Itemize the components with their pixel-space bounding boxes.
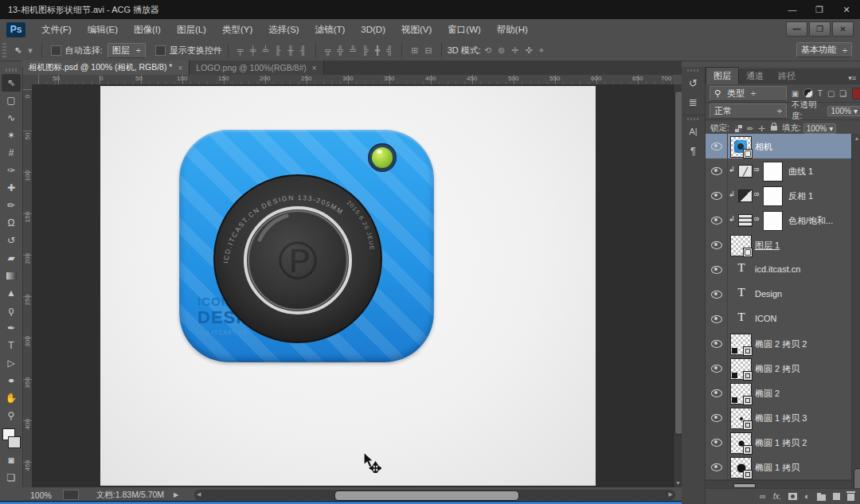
scrollbar-thumb[interactable] bbox=[334, 490, 519, 501]
zoom-tool[interactable]: ⚲ bbox=[2, 407, 21, 424]
layer-mask-thumbnail[interactable] bbox=[763, 162, 783, 182]
layer-row-ellipse2[interactable]: 椭圆 2 bbox=[706, 381, 851, 406]
spot-healing-brush-tool[interactable]: ✚ bbox=[2, 179, 21, 197]
align-right-edges-icon[interactable]: ╢ bbox=[297, 45, 310, 55]
maximize-icon[interactable]: ❐ bbox=[806, 5, 833, 15]
rectangular-marquee-tool[interactable]: ▢ bbox=[2, 92, 21, 109]
layer-row-ellipse2-copy[interactable]: 椭圆 2 拷贝 bbox=[706, 356, 851, 381]
visibility-eye-icon[interactable] bbox=[706, 183, 728, 208]
auto-select-dropdown[interactable]: 图层 ÷ bbox=[108, 43, 146, 58]
layer-row-icon-text[interactable]: T ICON bbox=[706, 307, 851, 332]
scroll-up-icon[interactable]: ▲ bbox=[852, 135, 860, 141]
layer-row-ellipse1-copy3[interactable]: 椭圆 1 拷贝 3 bbox=[706, 405, 851, 431]
eraser-tool[interactable]: ▰ bbox=[2, 249, 21, 267]
visibility-eye-icon[interactable] bbox=[706, 455, 728, 479]
menu-file[interactable]: 文件(F) bbox=[33, 24, 80, 36]
3d-rotate-icon[interactable]: ⟲ bbox=[481, 45, 494, 56]
move-tool[interactable]: ⇖ bbox=[2, 74, 21, 92]
filter-kind-dropdown[interactable]: ⚲ 类型 ÷ bbox=[710, 86, 787, 101]
ps-close-icon[interactable]: ✕ bbox=[832, 21, 854, 37]
properties-panel-icon[interactable]: ≣ bbox=[684, 92, 703, 111]
visibility-eye-icon[interactable] bbox=[706, 134, 728, 158]
tab-camera-psd[interactable]: 相机图标.psd @ 100% (相机, RGB/8) * × bbox=[22, 61, 190, 75]
panel-menu-icon[interactable]: ▾≡ bbox=[843, 72, 860, 84]
layer-thumbnail[interactable] bbox=[730, 457, 752, 479]
layer-row-icd-text[interactable]: T icd.itcast.cn bbox=[706, 257, 851, 283]
menu-view[interactable]: 视图(V) bbox=[393, 24, 440, 36]
screen-mode-button[interactable]: ❏ bbox=[2, 469, 21, 486]
menu-3d[interactable]: 3D(D) bbox=[353, 25, 393, 34]
zoom-level-field[interactable]: 100% bbox=[30, 490, 52, 500]
visibility-eye-icon[interactable] bbox=[706, 208, 728, 232]
visibility-eye-icon[interactable] bbox=[706, 381, 728, 405]
tab-close-icon[interactable]: × bbox=[178, 64, 182, 72]
align-top-edges-icon[interactable]: ╤ bbox=[234, 45, 247, 55]
layer-thumbnail[interactable] bbox=[730, 432, 752, 454]
distribute-right-edges-icon[interactable]: ╣ bbox=[383, 45, 396, 55]
3d-slide-icon[interactable]: ✜ bbox=[522, 45, 536, 56]
ellipse-shape-tool[interactable]: ● bbox=[2, 372, 21, 389]
show-transform-checkbox[interactable] bbox=[155, 45, 166, 56]
link-layers-icon[interactable]: ∞ bbox=[760, 492, 766, 501]
workspace-switcher[interactable]: 基本功能 ÷ bbox=[796, 42, 852, 57]
align-bottom-edges-icon[interactable]: ╧ bbox=[259, 45, 272, 55]
visibility-eye-icon[interactable] bbox=[706, 405, 728, 430]
layer-thumbnail[interactable] bbox=[730, 358, 752, 380]
lock-position-icon[interactable]: ✛ bbox=[758, 124, 764, 133]
brush-tool[interactable]: ✏ bbox=[2, 197, 21, 214]
layer-thumbnail[interactable] bbox=[730, 136, 752, 158]
layer-thumbnail[interactable] bbox=[730, 235, 752, 256]
menu-filter[interactable]: 滤镜(T) bbox=[307, 24, 354, 36]
invert-adjustment-icon[interactable] bbox=[738, 189, 752, 202]
filter-adjustment-icon[interactable] bbox=[803, 88, 813, 98]
type-tool[interactable]: T bbox=[2, 337, 21, 354]
distribute-top-edges-icon[interactable]: ╦ bbox=[322, 45, 334, 55]
character-panel-icon[interactable]: A| bbox=[684, 122, 703, 141]
hue-saturation-adjustment-icon[interactable] bbox=[738, 214, 752, 227]
tab-close-icon[interactable]: × bbox=[312, 64, 317, 72]
layer-row-ellipse2-copy2[interactable]: 椭圆 2 拷贝 2 bbox=[706, 331, 851, 357]
menu-type[interactable]: 类型(Y) bbox=[214, 24, 260, 36]
layer-row-invert[interactable]: ↲ 8 反相 1 bbox=[706, 183, 851, 209]
curves-adjustment-icon[interactable]: ╱ bbox=[738, 165, 752, 178]
clone-stamp-tool[interactable]: Ω bbox=[2, 214, 21, 232]
tab-logo-png[interactable]: LOGO.png @ 100%(RGB/8#) × bbox=[190, 61, 323, 75]
visibility-eye-icon[interactable] bbox=[706, 430, 728, 455]
layer-mask-thumbnail[interactable] bbox=[763, 186, 783, 206]
lock-transparency-icon[interactable] bbox=[735, 125, 742, 132]
auto-select-checkbox[interactable] bbox=[51, 45, 61, 56]
align-vertical-centers-icon[interactable]: ╪ bbox=[247, 45, 260, 55]
opacity-field[interactable]: 100% ▾ bbox=[827, 106, 860, 116]
blur-tool[interactable]: ▲ bbox=[2, 284, 21, 302]
layer-row-layer1[interactable]: 图层 1 bbox=[706, 232, 851, 258]
lock-all-icon[interactable] bbox=[771, 126, 777, 131]
new-layer-icon[interactable] bbox=[833, 493, 840, 500]
gradient-tool[interactable] bbox=[2, 267, 21, 284]
3d-scale-icon[interactable]: ⌖ bbox=[536, 45, 547, 56]
distribute-bottom-edges-icon[interactable]: ╩ bbox=[346, 45, 359, 55]
paragraph-panel-icon[interactable]: ¶ bbox=[684, 141, 703, 160]
close-icon[interactable]: ✕ bbox=[833, 5, 860, 15]
ps-maximize-icon[interactable]: ❐ bbox=[809, 21, 831, 37]
visibility-eye-icon[interactable] bbox=[706, 331, 728, 356]
path-selection-tool[interactable]: ▷ bbox=[2, 354, 21, 372]
lasso-tool[interactable]: ∿ bbox=[2, 109, 21, 127]
add-layer-mask-icon[interactable] bbox=[788, 493, 797, 500]
canvas-area[interactable]: ICON DESIGN ICD.ITCAST.CN ICD.ITCAST.CN … bbox=[32, 84, 673, 487]
layer-row-design-text[interactable]: T Design bbox=[706, 282, 851, 307]
filter-shape-icon[interactable]: ▢ bbox=[827, 89, 835, 98]
scroll-right-icon[interactable]: ▶ bbox=[669, 491, 673, 498]
background-color-swatch[interactable] bbox=[8, 436, 21, 448]
layer-style-fx-icon[interactable]: fx. bbox=[773, 493, 782, 501]
ps-minimize-icon[interactable]: — bbox=[786, 21, 807, 37]
align-left-edges-icon[interactable]: ╟ bbox=[272, 45, 284, 55]
layer-row-ellipse1-copy2[interactable]: 椭圆 1 拷贝 2 bbox=[706, 430, 851, 455]
layers-vertical-scrollbar[interactable]: ▲ ▼ bbox=[851, 134, 860, 504]
menu-layer[interactable]: 图层(L) bbox=[169, 24, 214, 36]
hand-tool[interactable]: ✋ bbox=[2, 389, 21, 407]
new-group-icon[interactable] bbox=[817, 494, 826, 501]
visibility-eye-icon[interactable] bbox=[706, 257, 728, 282]
status-popup-icon[interactable]: ▶ bbox=[174, 491, 178, 498]
scroll-left-icon[interactable]: ◀ bbox=[197, 491, 201, 498]
layer-row-curves[interactable]: ↲ ╱ 8 曲线 1 bbox=[706, 158, 851, 184]
